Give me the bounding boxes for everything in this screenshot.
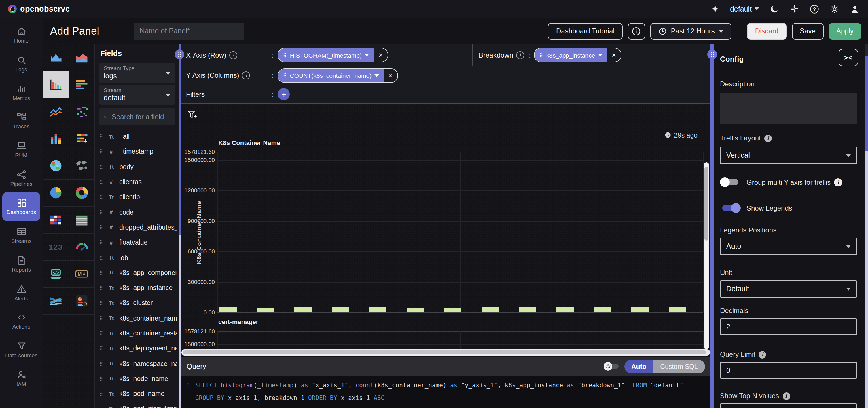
field-item[interactable]: Tt k8s_container_resta <box>95 326 179 341</box>
query-limit-input[interactable]: 0 <box>720 362 857 379</box>
field-search-input[interactable] <box>111 112 170 122</box>
field-item[interactable]: # code <box>95 205 179 220</box>
org-selector[interactable]: default <box>730 5 759 13</box>
field-item[interactable]: Tt k8s_pod_start_time <box>95 401 179 408</box>
chart-type-custom[interactable] <box>69 288 95 315</box>
chart-type-metric[interactable]: 123 <box>43 234 69 261</box>
field-item[interactable]: # clientas <box>95 174 179 190</box>
chart-type-scatter[interactable] <box>69 98 95 126</box>
chart-type-heatmap[interactable] <box>43 207 69 234</box>
x-axis-field-chip[interactable]: HISTOGRAM(_timestamp) × <box>278 48 388 62</box>
moon-icon[interactable] <box>769 4 779 14</box>
sidebar-item-streams[interactable]: Streams <box>2 221 40 249</box>
chart-type-table[interactable] <box>69 207 95 234</box>
profile-icon[interactable] <box>849 4 860 14</box>
sidebar-item-reports[interactable]: Reports <box>2 249 40 278</box>
chart-type-pie[interactable] <box>43 179 69 207</box>
sidebar-item-dashboards[interactable]: Dashboards <box>2 192 40 221</box>
remove-field-icon[interactable]: × <box>383 69 397 82</box>
field-item[interactable]: Tt k8s_node_name <box>95 371 179 386</box>
field-item[interactable]: # floatvalue <box>95 235 179 250</box>
chart-type-h-bar[interactable] <box>69 71 95 98</box>
chart-type-donut[interactable] <box>69 179 95 207</box>
apply-button[interactable]: Apply <box>829 23 861 39</box>
chart-type-stacked[interactable] <box>43 126 69 152</box>
field-search[interactable] <box>99 108 175 126</box>
trellis-layout-select[interactable]: Vertical <box>720 147 857 164</box>
remove-field-icon[interactable]: × <box>374 48 388 62</box>
config-splitter-handle[interactable] <box>707 49 717 59</box>
sparkle-icon[interactable] <box>710 4 720 14</box>
time-range-button[interactable]: Past 12 Hours <box>650 23 732 39</box>
chart-type-bar[interactable] <box>43 71 69 98</box>
tab-custom-sql[interactable]: Custom SQL <box>653 360 705 373</box>
page-scrollbar[interactable] <box>865 44 868 408</box>
add-filter-condition-icon[interactable] <box>187 109 197 120</box>
breakdown-field-chip[interactable]: k8s_app_instance × <box>534 48 621 62</box>
fields-scrollbar-track[interactable] <box>179 235 181 408</box>
fields-splitter-handle[interactable] <box>175 49 184 59</box>
chart-type-maps[interactable] <box>69 152 95 179</box>
brand-logo[interactable]: openobserve <box>8 5 70 13</box>
sidebar-item-pipelines[interactable]: Pipelines <box>2 164 40 192</box>
sidebar-item-home[interactable]: Home <box>2 21 40 49</box>
config-splitter[interactable] <box>710 44 714 408</box>
add-filter-button[interactable]: + <box>278 88 290 100</box>
sidebar-item-traces[interactable]: Traces <box>2 106 40 135</box>
description-textarea[interactable] <box>720 93 857 124</box>
collapse-config-button[interactable]: >< <box>839 49 858 66</box>
tab-auto[interactable]: Auto <box>624 360 653 373</box>
chart-horizontal-scrollbar[interactable] <box>181 349 710 355</box>
group-multi-y-toggle[interactable] <box>721 177 740 188</box>
decimals-input[interactable]: 2 <box>720 318 857 335</box>
remove-field-icon[interactable]: × <box>607 48 621 62</box>
dashboard-tutorial-button[interactable]: Dashboard Tutorial <box>548 23 623 39</box>
save-button[interactable]: Save <box>792 23 824 39</box>
slack-icon[interactable] <box>789 4 800 14</box>
stream-select[interactable]: Stream default <box>99 84 175 105</box>
gear-icon[interactable] <box>829 4 840 14</box>
field-item[interactable]: Tt k8s_cluster <box>95 296 179 311</box>
field-item[interactable]: # dropped_attributes_ <box>95 220 179 235</box>
info-button[interactable] <box>628 23 645 39</box>
field-item[interactable]: Tt clientip <box>95 189 179 205</box>
field-item[interactable]: Tt _all <box>95 129 179 144</box>
show-top-n-input[interactable] <box>720 403 857 408</box>
chart-type-html[interactable]: </> <box>43 261 69 288</box>
sidebar-item-metrics[interactable]: Metrics <box>2 78 40 106</box>
stream-type-select[interactable]: Stream Type logs <box>99 63 175 83</box>
chart-type-gauge[interactable] <box>69 234 95 261</box>
chart-type-area-stacked[interactable] <box>69 44 95 71</box>
discard-button[interactable]: Discard <box>747 23 786 39</box>
chevron-down-icon[interactable] <box>374 74 379 77</box>
field-item[interactable]: Tt k8s_app_instance <box>95 280 179 296</box>
sidebar-item-datasources[interactable]: Data sources <box>2 335 40 364</box>
chart-vertical-scrollbar[interactable] <box>704 162 709 349</box>
unit-select[interactable]: Default <box>720 280 857 298</box>
chart-type-geomap[interactable] <box>43 152 69 179</box>
legends-positions-select[interactable]: Auto <box>720 238 857 255</box>
y-axis-field-chip[interactable]: COUNT(k8s_container_name) × <box>278 68 398 82</box>
sidebar-item-rum[interactable]: RUM <box>2 135 40 164</box>
sidebar-item-alerts[interactable]: Alerts <box>2 278 40 306</box>
chart-type-line[interactable] <box>43 98 69 126</box>
field-item[interactable]: # _timestamp <box>95 144 179 160</box>
chevron-down-icon[interactable] <box>365 54 369 57</box>
field-item[interactable]: Tt k8s_pod_name <box>95 386 179 401</box>
help-icon[interactable]: ? <box>809 4 819 14</box>
function-toggle[interactable]: fx <box>603 362 619 371</box>
chart-type-area[interactable] <box>43 44 69 71</box>
chart-type-h-stacked[interactable] <box>69 126 95 152</box>
sql-editor[interactable]: 1 SELECT histogram(_timestamp) as "x_axi… <box>181 376 710 408</box>
panel-name-input[interactable] <box>134 23 245 39</box>
field-item[interactable]: Tt job <box>95 250 179 265</box>
field-item[interactable]: Tt k8s_container_name <box>95 310 179 326</box>
sidebar-item-logs[interactable]: Logs <box>2 49 40 78</box>
sidebar-item-actions[interactable]: Actions <box>2 307 40 335</box>
show-legends-toggle[interactable] <box>721 203 740 213</box>
field-item[interactable]: Tt k8s_namespace_na <box>95 356 179 371</box>
field-item[interactable]: Tt k8s_deployment_na <box>95 341 179 356</box>
field-item[interactable]: Tt k8s_app_componen <box>95 265 179 280</box>
sidebar-item-iam[interactable]: IAM <box>2 364 40 393</box>
field-item[interactable]: Tt body <box>95 159 179 174</box>
